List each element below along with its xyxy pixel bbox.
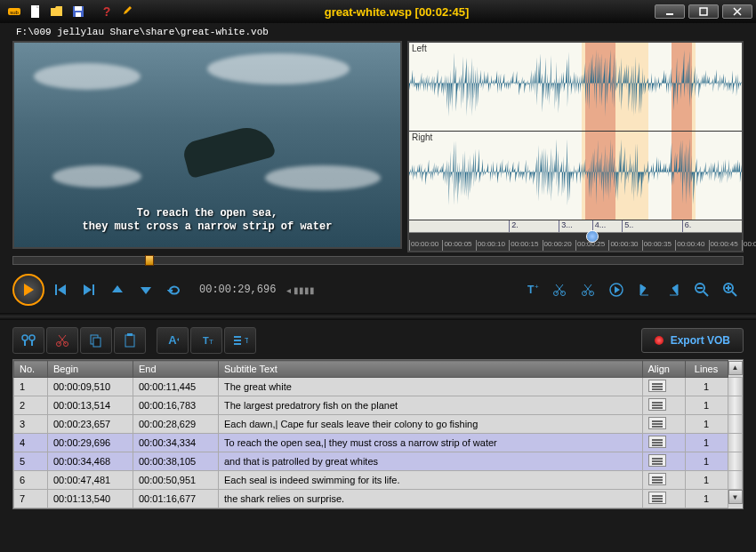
svg-rect-32	[127, 333, 133, 336]
titlebar: sub ? great-white.wsp [00:02:45]	[0, 0, 756, 23]
marker-out-tool[interactable]	[660, 276, 687, 303]
svg-rect-8	[700, 8, 707, 15]
svg-text:T: T	[203, 335, 209, 346]
scrollbar[interactable]	[728, 434, 743, 452]
audio-waveform-panel: Left Right 2.3...4...5..6. 00:00:0000:00…	[407, 41, 744, 252]
scrollbar[interactable]	[728, 452, 743, 471]
svg-line-20	[732, 292, 736, 296]
copy-button[interactable]	[80, 327, 112, 354]
svg-rect-5	[76, 12, 81, 17]
table-header: No. Begin End Subtitle Text Align Lines …	[14, 361, 743, 378]
scrollbar[interactable]	[728, 471, 743, 490]
play-button[interactable]	[12, 274, 44, 306]
prev-button[interactable]	[48, 277, 73, 302]
subtitle-overlay: To reach the open sea, they must cross a…	[14, 207, 400, 235]
find-button[interactable]	[12, 327, 44, 354]
loop-button[interactable]	[162, 277, 187, 302]
marker[interactable]: 5..	[622, 220, 633, 232]
svg-rect-4	[75, 6, 82, 11]
table-row[interactable]: 600:00:47,48100:00:50,951Each seal is in…	[14, 471, 743, 490]
svg-point-24	[29, 335, 35, 340]
settings-button[interactable]	[119, 3, 137, 20]
cut-end-tool[interactable]	[575, 276, 601, 303]
minimize-button[interactable]	[655, 4, 685, 19]
video-preview[interactable]: To reach the open sea, they must cross a…	[12, 41, 402, 249]
align-icon[interactable]	[648, 380, 666, 392]
file-path: F:\009 jellylau Share\share\great-white.…	[0, 23, 756, 39]
text-align-button[interactable]: T	[224, 327, 256, 354]
waveform-right[interactable]: Right	[409, 132, 742, 220]
align-icon[interactable]	[648, 417, 666, 429]
svg-text:?: ?	[103, 4, 111, 19]
new-file-button[interactable]	[27, 3, 44, 20]
window-controls	[655, 4, 752, 19]
svg-text:T: T	[209, 338, 213, 346]
svg-text:sub: sub	[10, 10, 19, 15]
align-icon[interactable]	[648, 492, 666, 504]
table-row[interactable]: 100:00:09,51000:00:11,445The great white…	[14, 378, 743, 396]
align-icon[interactable]	[648, 398, 666, 411]
scrollbar[interactable]	[728, 396, 743, 415]
align-icon[interactable]	[648, 436, 666, 448]
time-ruler[interactable]: 00:00:0000:00:0500:00:1000:00:1500:00:20…	[409, 233, 742, 251]
marker[interactable]: 2.	[509, 220, 519, 232]
scrollbar[interactable]	[728, 378, 743, 396]
cut-start-tool[interactable]	[546, 276, 573, 303]
zoom-in-button[interactable]	[717, 276, 744, 303]
seek-thumb[interactable]	[145, 255, 154, 266]
svg-text:T: T	[245, 336, 248, 345]
svg-rect-7	[666, 13, 673, 15]
scroll-up-button[interactable]: ▲	[728, 361, 743, 375]
svg-rect-30	[93, 338, 101, 347]
svg-rect-31	[125, 335, 134, 347]
svg-text:+: +	[535, 283, 539, 291]
subtitle-table: No. Begin End Subtitle Text Align Lines …	[12, 359, 744, 509]
up-button[interactable]	[105, 277, 130, 302]
window-title: great-white.wsp [00:02:45]	[139, 5, 655, 19]
svg-point-23	[22, 335, 28, 340]
svg-line-17	[704, 292, 708, 296]
table-row[interactable]: 400:00:29,69600:00:34,334To reach the op…	[14, 434, 743, 452]
close-button[interactable]	[722, 4, 752, 19]
scrollbar[interactable]	[728, 415, 743, 434]
maximize-button[interactable]	[688, 4, 719, 19]
waveform-left[interactable]: Left	[409, 43, 742, 132]
seek-bar[interactable]	[12, 256, 744, 265]
export-button[interactable]: Export VOB	[641, 328, 744, 353]
down-button[interactable]	[133, 277, 158, 302]
scroll-down-button[interactable]: ▼	[728, 490, 743, 504]
record-icon	[655, 336, 664, 345]
add-text-tool[interactable]: T+	[518, 276, 544, 303]
table-row[interactable]: 500:00:34,46800:00:38,105and that is pat…	[14, 452, 743, 471]
table-row[interactable]: 700:01:13,54000:01:16,677the shark relie…	[14, 490, 743, 508]
play-selection-tool[interactable]	[603, 276, 630, 303]
font-button[interactable]: A	[157, 327, 189, 354]
zoom-out-button[interactable]	[688, 276, 715, 303]
save-button[interactable]	[69, 3, 87, 20]
volume-icon[interactable]: ◂ ▮▮▮▮	[286, 285, 315, 295]
marker[interactable]: 6.	[682, 220, 692, 232]
playhead[interactable]	[586, 230, 599, 243]
help-button[interactable]: ?	[98, 3, 116, 20]
marker[interactable]: 3...	[559, 220, 573, 232]
open-file-button[interactable]	[48, 3, 66, 20]
svg-text:A: A	[168, 333, 177, 347]
align-icon[interactable]	[648, 454, 666, 467]
text-case-button[interactable]: TT	[190, 327, 222, 354]
time-display: 00:00:29,696	[199, 284, 276, 296]
paste-button[interactable]	[114, 327, 146, 354]
app-logo: sub	[5, 3, 23, 20]
subtitle-markers[interactable]: 2.3...4...5..6.	[409, 220, 742, 233]
table-row[interactable]: 300:00:23,65700:00:28,629Each dawn,| Cap…	[14, 415, 743, 434]
next-button[interactable]	[76, 277, 101, 302]
marker-in-tool[interactable]	[631, 276, 658, 303]
align-icon[interactable]	[648, 473, 666, 485]
table-row[interactable]: 200:00:13,51400:00:16,783The largest pre…	[14, 396, 743, 415]
svg-text:T: T	[527, 284, 535, 296]
cut-button[interactable]	[46, 327, 78, 354]
